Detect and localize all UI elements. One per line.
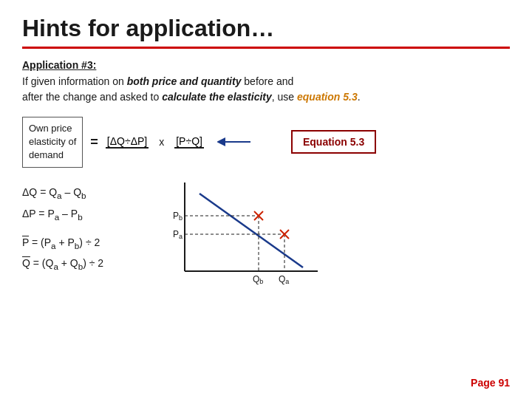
equals-sign: = — [90, 134, 98, 150]
own-price-line2: elasticity of — [29, 136, 76, 147]
arrow-svg — [217, 134, 254, 149]
own-price-line1: Own price — [29, 123, 72, 134]
text-line1-end: before and — [241, 75, 293, 87]
formula-part2: [P÷Q] — [174, 135, 204, 149]
page: Hints for application… Application #3: I… — [0, 0, 532, 399]
body-text-1: If given information on both price and q… — [22, 74, 510, 105]
text-line2-end: , use — [272, 91, 294, 103]
formula-pbar: P = (Pa + Pb) ÷ 2 — [22, 233, 103, 254]
svg-text:Pa: Pa — [173, 229, 183, 240]
equation-link[interactable]: equation 5.3 — [297, 91, 358, 103]
p-overline: P — [22, 236, 29, 248]
equation-row: Own price elasticity of demand = [ΔQ÷ΔP]… — [22, 117, 510, 168]
formula-dp: ΔP = Pa – Pb — [22, 204, 103, 225]
svg-text:Qb: Qb — [253, 274, 263, 285]
formula-qbar: Q = (Qa + Qb) ÷ 2 — [22, 253, 103, 275]
text-bold-italic: both price and quantity — [127, 75, 242, 87]
formulas-and-graph: ΔQ = Qa – Qb ΔP = Pa – Pb P = (Pa + Pb) … — [22, 183, 510, 289]
svg-text:Qa: Qa — [279, 274, 289, 285]
times-sign: x — [159, 136, 164, 148]
graph-container: Pb Pa Qb Qa — [163, 175, 325, 289]
text-line2-start: after the change and asked to — [22, 91, 162, 103]
application-label: Application #3: — [22, 59, 510, 71]
formula-dq: ΔQ = Qa – Qb — [22, 183, 103, 204]
page-number: Page 91 — [471, 377, 510, 389]
equation-badge: Equation 5.3 — [291, 130, 376, 154]
text-line1-start: If given information on — [22, 75, 127, 87]
text-calculate: calculate the elasticity — [162, 91, 272, 103]
q-overline: Q — [22, 257, 30, 269]
red-divider — [22, 47, 510, 49]
formula-part1: [ΔQ÷ΔP] — [106, 135, 149, 149]
svg-text:Pb: Pb — [173, 211, 183, 222]
left-formulas: ΔQ = Qa – Qb ΔP = Pa – Pb P = (Pa + Pb) … — [22, 183, 103, 289]
demand-graph: Pb Pa Qb Qa — [163, 175, 325, 286]
page-title: Hints for application… — [22, 15, 510, 42]
own-price-line3: demand — [29, 149, 64, 160]
own-price-box: Own price elasticity of demand — [22, 117, 83, 168]
period: . — [358, 91, 361, 103]
